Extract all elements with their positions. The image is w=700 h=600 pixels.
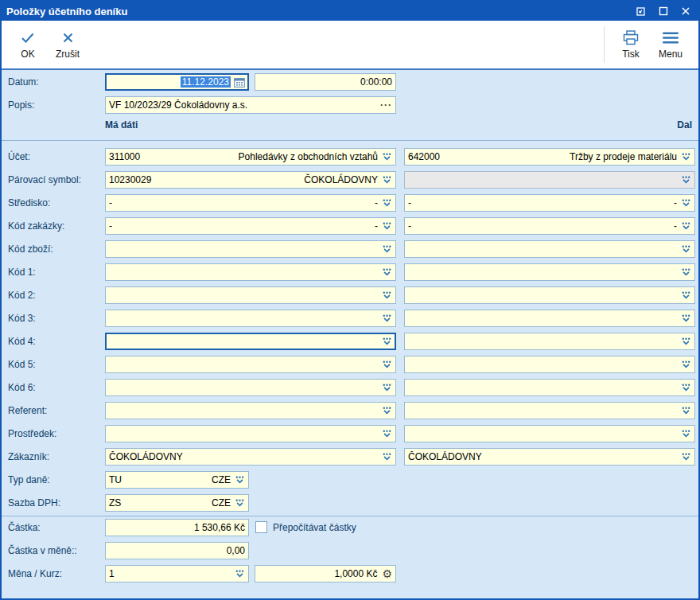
field-kod-2-left[interactable] [105,286,396,304]
dropdown-icon[interactable] [235,498,245,508]
restore-window-icon[interactable] [636,6,646,17]
dropdown-icon[interactable] [235,475,245,485]
field-kod-zbozi-left[interactable] [105,240,396,258]
dropdown-icon[interactable] [681,452,691,462]
dropdown-icon[interactable] [681,221,691,231]
amount-value: 1 530,66 Kč [194,522,245,533]
print-label: Tisk [622,49,640,60]
field-zakaznik-right[interactable]: ČOKOLÁDOVNY [404,448,695,466]
dropdown-icon[interactable] [382,152,392,162]
field-code: TU [109,474,205,485]
dropdown-icon[interactable] [681,244,691,254]
field-referent-right[interactable] [404,402,695,419]
calendar-icon[interactable] [234,77,245,88]
field-code: ČOKOLÁDOVNY [408,451,671,462]
dropdown-icon[interactable] [235,569,245,579]
dropdown-icon[interactable] [382,383,392,392]
maximize-icon[interactable] [659,6,668,16]
field-code: - [408,220,667,232]
field-name: Pohledávky z obchodních vztahů [239,151,378,162]
field-kod-4-right[interactable] [404,333,695,350]
amount-separator [2,516,698,516]
dropdown-icon[interactable] [382,175,392,185]
field-ucet-left[interactable]: 311000Pohledávky z obchodních vztahů [105,148,396,166]
dropdown-icon[interactable] [382,314,392,323]
field-kod-2-right[interactable] [404,286,695,304]
field-stredisko-left[interactable]: -- [105,194,396,212]
field-kod-5-left[interactable] [105,356,396,373]
label-prostredek: Prostředek: [8,428,56,439]
dropdown-icon[interactable] [681,360,691,369]
dropdown-icon[interactable] [382,198,392,208]
field-typ-dane[interactable]: TU CZE [105,471,249,489]
dropdown-icon[interactable] [382,267,392,277]
dropdown-icon[interactable] [681,429,691,438]
field-sazba-dph[interactable]: ZS CZE [105,494,249,512]
dropdown-icon[interactable] [382,406,392,415]
field-parovaci-symbol-right[interactable] [404,171,695,189]
exchange-rate-field[interactable]: 1,0000 Kč ⚙ [255,565,396,582]
field-kod-6-right[interactable] [404,379,695,396]
dropdown-icon[interactable] [681,175,691,185]
field-stredisko-right[interactable]: -- [404,194,695,212]
currency-amount-field[interactable]: 0,00 [105,542,249,559]
field-kod-1-right[interactable] [404,263,695,281]
field-kod-6-left[interactable] [105,379,396,396]
field-prostredek-left[interactable] [105,425,396,442]
field-ucet-right[interactable]: 642000Tržby z prodeje materiálu [404,148,695,166]
gear-icon[interactable]: ⚙ [382,568,392,579]
dropdown-icon[interactable] [681,406,691,415]
cancel-button[interactable]: Zrušit [48,23,88,66]
print-button[interactable]: Tisk [611,23,651,66]
toolbar: OK Zrušit Tisk Menu [2,21,698,70]
dropdown-icon[interactable] [382,337,392,346]
label-stredisko: Středisko: [8,197,50,208]
field-kod-3-right[interactable] [404,310,695,327]
time-value: 0:00:00 [360,76,392,88]
close-icon[interactable] [681,6,690,16]
column-header-dal: Dal [677,119,692,131]
amount-field[interactable]: 1 530,66 Kč [105,519,249,536]
currency-amount-value: 0,00 [227,545,245,556]
recalculate-checkbox[interactable] [255,521,267,533]
currency-field[interactable]: 1 [105,565,249,582]
dropdown-icon[interactable] [681,290,691,300]
popis-field[interactable]: VF 10/2023/29 Čokoládovny a.s. ··· [105,96,396,114]
dropdown-icon[interactable] [681,152,691,162]
field-kod-zakazky-right[interactable]: -- [404,217,695,235]
menu-button[interactable]: Menu [651,23,690,66]
field-kod-1-left[interactable] [105,263,396,281]
field-kod-5-right[interactable] [404,356,695,373]
ok-button[interactable]: OK [8,23,48,66]
dropdown-icon[interactable] [382,452,392,462]
dropdown-icon[interactable] [681,383,691,392]
field-name: - [375,220,378,232]
header-separator [2,140,698,141]
field-kod-3-left[interactable] [105,310,396,327]
cancel-label: Zrušit [56,49,80,60]
field-kod-zbozi-right[interactable] [404,240,695,258]
date-field[interactable]: 11.12.2023 [105,73,249,91]
field-code: - [408,197,667,208]
dropdown-icon[interactable] [382,290,392,300]
field-parovaci-symbol-left[interactable]: 10230029ČOKOLÁDOVNY [105,171,396,189]
time-field[interactable]: 0:00:00 [255,73,396,91]
field-kod-4-left[interactable] [105,333,396,350]
printer-icon [622,30,640,46]
dropdown-icon[interactable] [681,267,691,277]
field-kod-zakazky-left[interactable]: -- [105,217,396,235]
dropdown-icon[interactable] [681,337,691,346]
dropdown-icon[interactable] [681,314,691,323]
label-castka: Částka: [8,522,41,533]
dropdown-icon[interactable] [382,221,392,231]
dropdown-icon[interactable] [382,360,392,369]
dropdown-icon[interactable] [382,244,392,254]
dropdown-icon[interactable] [382,429,392,438]
field-prostredek-right[interactable] [404,425,695,442]
toolbar-divider [604,26,605,63]
field-name: CZE [212,474,231,485]
dropdown-icon[interactable] [681,198,691,208]
field-referent-left[interactable] [105,402,396,419]
field-zakaznik-left[interactable]: ČOKOLÁDOVNY [105,448,396,466]
ellipsis-icon[interactable]: ··· [380,99,392,111]
